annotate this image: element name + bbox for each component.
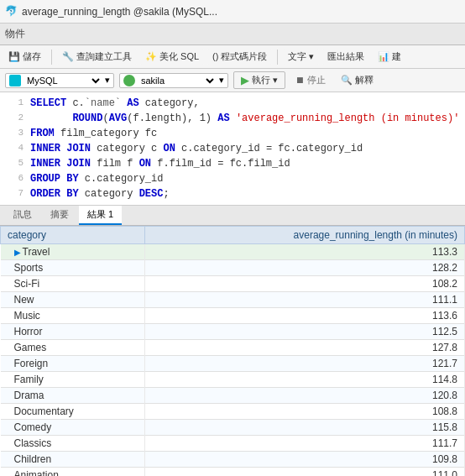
stop-icon: ⏹: [295, 75, 305, 85]
title-bar: 🐬 average_running_length @sakila (MySQL.…: [0, 0, 465, 24]
beautify-icon: ✨: [145, 51, 157, 62]
code-snippet-button[interactable]: () 程式碼片段: [207, 49, 272, 65]
cell-value: 120.8: [144, 388, 464, 404]
separator: [51, 50, 52, 65]
sql-line: 3FROM film_category fc: [0, 126, 465, 141]
explain-icon: 🔍: [341, 75, 353, 85]
toolbar: 💾 儲存 🔧 查詢建立工具 ✨ 美化 SQL () 程式碼片段 文字 ▾ 匯出結…: [0, 45, 465, 69]
col-category: category: [1, 227, 145, 244]
line-number: 5: [5, 156, 24, 170]
cell-category: Family: [1, 372, 145, 388]
run-dropdown-icon: ▾: [273, 75, 278, 86]
table-row[interactable]: ▶Travel113.3: [1, 244, 465, 260]
cell-value: 109.8: [144, 452, 464, 468]
cell-value: 111.0: [144, 468, 464, 477]
schema-select[interactable]: sakila: [138, 75, 217, 86]
sql-line: 6GROUP BY c.category_id: [0, 171, 465, 186]
table-row[interactable]: Foreign121.7: [1, 356, 465, 372]
sql-text: FROM film_category fc: [30, 126, 157, 141]
cell-category: ▶Travel: [1, 244, 145, 260]
db-type-selector[interactable]: MySQL ▾: [5, 73, 114, 88]
table-row[interactable]: Documentary108.8: [1, 404, 465, 420]
schema-icon: [123, 75, 135, 86]
cell-category: Music: [1, 308, 145, 324]
table-row[interactable]: Games127.8: [1, 340, 465, 356]
cell-category: Animation: [1, 468, 145, 477]
mysql-icon: [9, 75, 21, 86]
sql-text: ROUND(AVG(f.length), 1) AS 'average_runn…: [30, 111, 459, 126]
table-row[interactable]: Music113.6: [1, 308, 465, 324]
sql-line: 5INNER JOIN film f ON f.film_id = fc.fil…: [0, 156, 465, 171]
line-number: 3: [5, 126, 24, 140]
cell-category: Documentary: [1, 404, 145, 420]
cell-value: 111.1: [144, 292, 464, 308]
beautify-button[interactable]: ✨ 美化 SQL: [140, 49, 204, 65]
table-header-row: category average_running_length (in minu…: [1, 227, 465, 244]
tab-結果 1[interactable]: 結果 1: [79, 206, 122, 225]
sql-text: INNER JOIN film f ON f.film_id = fc.film…: [30, 156, 290, 171]
text-button[interactable]: 文字 ▾: [283, 49, 319, 65]
cell-value: 108.8: [144, 404, 464, 420]
sql-line: 4INNER JOIN category c ON c.category_id …: [0, 141, 465, 156]
line-number: 1: [5, 96, 24, 110]
build-button[interactable]: 📊 建: [373, 49, 406, 65]
table-row[interactable]: Sci-Fi108.2: [1, 276, 465, 292]
sql-text: SELECT c.`name` AS category,: [30, 96, 200, 111]
dropdown-icon: ▾: [309, 51, 314, 62]
stop-button[interactable]: ⏹ 停止: [290, 72, 331, 88]
query-build-button[interactable]: 🔧 查詢建立工具: [57, 49, 137, 65]
cell-category: New: [1, 292, 145, 308]
line-number: 4: [5, 141, 24, 155]
sql-text: ORDER BY category DESC;: [30, 186, 170, 201]
table-row[interactable]: Animation111.0: [1, 468, 465, 477]
run-button[interactable]: ▶ 執行 ▾: [233, 71, 285, 89]
table-row[interactable]: New111.1: [1, 292, 465, 308]
sql-line: 2 ROUND(AVG(f.length), 1) AS 'average_ru…: [0, 111, 465, 126]
cell-value: 128.2: [144, 260, 464, 276]
line-number: 2: [5, 111, 24, 125]
cell-category: Sports: [1, 260, 145, 276]
table-row[interactable]: Family114.8: [1, 372, 465, 388]
export-button[interactable]: 匯出結果: [322, 49, 369, 65]
sql-text: GROUP BY c.category_id: [30, 171, 163, 186]
cell-value: 127.8: [144, 340, 464, 356]
table-row[interactable]: Horror112.5: [1, 324, 465, 340]
schema-dropdown-icon: ▾: [219, 75, 224, 86]
table-row[interactable]: Children109.8: [1, 452, 465, 468]
cell-category: Comedy: [1, 420, 145, 436]
panel-header: 物件: [0, 24, 465, 45]
table-row[interactable]: Drama120.8: [1, 388, 465, 404]
query-build-icon: 🔧: [62, 51, 74, 62]
cell-category: Horror: [1, 324, 145, 340]
cell-category: Children: [1, 452, 145, 468]
sql-text: INNER JOIN category c ON c.category_id =…: [30, 141, 363, 156]
db-selector-row: MySQL ▾ sakila ▾ ▶ 執行 ▾ ⏹ 停止 🔍 解釋: [0, 69, 465, 92]
db-type-select[interactable]: MySQL: [24, 75, 102, 86]
line-number: 6: [5, 171, 24, 186]
table-row[interactable]: Comedy115.8: [1, 420, 465, 436]
db-dropdown-icon: ▾: [105, 75, 110, 86]
table-row[interactable]: Sports128.2: [1, 260, 465, 276]
tabs-bar: 訊息摘要結果 1: [0, 206, 465, 226]
tab-訊息[interactable]: 訊息: [5, 206, 40, 225]
chart-icon: 📊: [378, 51, 389, 62]
table-row[interactable]: Classics111.7: [1, 436, 465, 452]
cell-value: 115.8: [144, 420, 464, 436]
cell-value: 113.6: [144, 308, 464, 324]
cell-category: Foreign: [1, 356, 145, 372]
schema-selector[interactable]: sakila ▾: [119, 73, 228, 88]
explain-button[interactable]: 🔍 解釋: [336, 72, 379, 88]
cell-value: 112.5: [144, 324, 464, 340]
save-button[interactable]: 💾 儲存: [3, 49, 46, 65]
results-area[interactable]: category average_running_length (in minu…: [0, 226, 465, 476]
tab-摘要[interactable]: 摘要: [42, 206, 77, 225]
separator2: [277, 50, 278, 65]
sql-editor[interactable]: 1SELECT c.`name` AS category,2 ROUND(AVG…: [0, 92, 465, 206]
cell-value: 121.7: [144, 356, 464, 372]
cell-value: 111.7: [144, 436, 464, 452]
cell-category: Sci-Fi: [1, 276, 145, 292]
line-number: 7: [5, 186, 24, 201]
panel-label: 物件: [5, 27, 25, 41]
sql-line: 1SELECT c.`name` AS category,: [0, 96, 465, 111]
cell-category: Games: [1, 340, 145, 356]
